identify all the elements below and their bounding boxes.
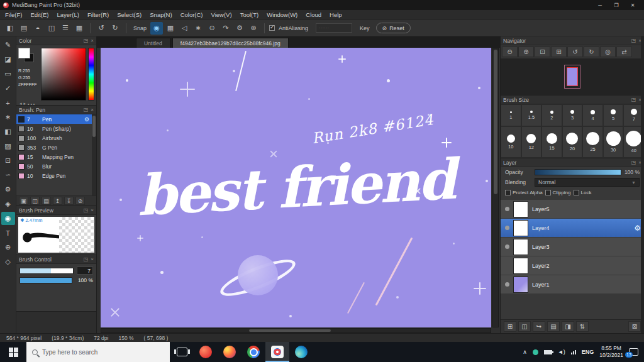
float-panel-icon[interactable]: ◳ <box>631 38 636 43</box>
tray-app-icon[interactable] <box>533 349 538 355</box>
taskbar-search[interactable]: Type here to search <box>26 342 170 362</box>
network-icon[interactable] <box>571 350 576 354</box>
close-panel-icon[interactable]: × <box>91 256 94 262</box>
zoom-tool[interactable]: ⊕ <box>1 241 15 254</box>
restore-button[interactable]: ❐ <box>608 0 625 10</box>
menu-view[interactable]: View(V) <box>211 11 232 18</box>
speaker-icon[interactable]: ◄) <box>558 349 565 355</box>
menu-layer[interactable]: Layer(L) <box>57 11 79 18</box>
brush-size-option[interactable]: 25 <box>582 126 603 158</box>
navigator-preview[interactable] <box>501 58 644 95</box>
taskbar-app-edge[interactable] <box>289 342 313 362</box>
minimize-button[interactable]: ─ <box>592 0 608 10</box>
float-panel-icon[interactable]: ◳ <box>84 207 89 213</box>
brush-folder-icon[interactable]: ▤ <box>42 197 51 205</box>
menu-edit[interactable]: Edit(E) <box>30 11 48 18</box>
menu-cloud[interactable]: Cloud <box>306 11 321 18</box>
taskbar-clock[interactable]: 8:55 PM 10/2/2021 <box>599 345 623 359</box>
brush-item-blur[interactable]: 50 Blur <box>16 162 96 171</box>
notification-center-icon[interactable]: 13 <box>629 348 638 356</box>
float-panel-icon[interactable]: ◳ <box>84 38 89 43</box>
delete-layer-icon[interactable]: ⊠ <box>628 321 641 332</box>
rotate-right-icon[interactable]: ↻ <box>584 47 599 57</box>
menu-snap[interactable]: Snap(N) <box>150 11 172 18</box>
material-icon[interactable]: ◨ <box>562 321 574 332</box>
menu-window[interactable]: Window(W) <box>267 11 297 18</box>
brush-item-airbrush[interactable]: 100 Airbrush <box>16 133 96 143</box>
snap-parallel-icon[interactable]: ◁ <box>178 22 191 35</box>
redo-button[interactable]: ↻ <box>109 22 121 35</box>
snap-cross-icon[interactable]: ∗ <box>192 22 204 35</box>
add-brush-icon[interactable]: ▣ <box>19 197 28 205</box>
vertical-scrollbar[interactable] <box>492 48 499 327</box>
menu-color[interactable]: Color(C) <box>180 11 203 18</box>
menu-tool[interactable]: Tool(T) <box>240 11 259 18</box>
delete-brush-icon[interactable]: ⊘ <box>75 197 85 205</box>
horizontal-scroll-handle[interactable] <box>249 329 331 332</box>
layer-visibility-icon[interactable] <box>505 207 509 211</box>
text-tool[interactable]: T <box>1 226 15 239</box>
taskbar-app-chrome[interactable] <box>242 342 265 362</box>
brush-settings-icon[interactable]: ⚙ <box>84 116 89 123</box>
layer-row-layer4[interactable]: Layer4 ⚙ <box>501 219 644 238</box>
flip-horizontal-icon[interactable]: ⇄ <box>616 47 632 57</box>
snap-settings-icon[interactable]: ⚙ <box>233 22 246 35</box>
taskbar-app-browser[interactable] <box>194 342 218 362</box>
canvas[interactable]: Run 2k8 #6124 best friend <box>101 48 491 327</box>
magic-wand-tool[interactable]: ∗ <box>1 111 15 124</box>
duplicate-brush-icon[interactable]: ◫ <box>30 197 40 205</box>
comment-icon[interactable]: ◓ <box>31 22 44 35</box>
select-pen-tool[interactable]: ⊡ <box>1 154 15 167</box>
taskbar-app-firefox[interactable] <box>218 342 242 362</box>
hue-slider[interactable] <box>88 48 94 101</box>
brush-size-option[interactable]: 30 <box>603 126 624 158</box>
new-layer-icon[interactable]: ⊞ <box>504 321 516 332</box>
close-panel-icon[interactable]: × <box>91 207 94 213</box>
tab-untitled[interactable]: Untitled <box>136 38 170 48</box>
pan-tool[interactable]: ◇ <box>1 255 15 268</box>
brush-size-option[interactable]: 1.5 <box>521 104 542 126</box>
horizontal-scrollbar[interactable] <box>101 328 491 333</box>
reset-button[interactable]: ⊘Reset <box>376 23 411 33</box>
battery-icon[interactable] <box>544 350 552 354</box>
layer-row-layer5[interactable]: Layer5 <box>501 200 644 219</box>
snap-grid-icon[interactable]: ▦ <box>164 22 177 35</box>
move-tool[interactable]: + <box>1 96 15 109</box>
menu-file[interactable]: File(F) <box>5 11 22 18</box>
brush-item-pen-sharp[interactable]: 10 Pen (Sharp) <box>16 124 96 133</box>
brush-size-value[interactable]: 7 <box>77 266 93 275</box>
layer-row-layer1[interactable]: Layer1 <box>501 275 644 294</box>
marquee-tool[interactable]: ▭ <box>1 67 15 80</box>
undo-button[interactable]: ↺ <box>95 22 108 35</box>
rotate-left-icon[interactable]: ↺ <box>567 47 583 57</box>
brush-size-option[interactable]: 20 <box>562 126 583 158</box>
foreground-color-swatch[interactable] <box>18 48 30 58</box>
tray-expand-icon[interactable]: ∧ <box>523 349 527 355</box>
float-panel-icon[interactable]: ◳ <box>84 107 89 112</box>
saturation-value-picker[interactable] <box>41 48 86 101</box>
clipboard-icon[interactable]: ▤ <box>18 22 30 35</box>
start-button[interactable] <box>0 342 26 362</box>
brush-size-option[interactable]: 10 <box>501 126 521 158</box>
layer-settings-icon[interactable]: ⚙ <box>634 224 641 233</box>
snap-vanishing-icon[interactable]: ⊙ <box>206 22 218 35</box>
palette-icon[interactable]: ◧ <box>4 22 16 35</box>
snap-off-icon[interactable]: ◉ <box>150 22 163 35</box>
gradient-tool[interactable]: ▨ <box>1 140 15 153</box>
operation-tool[interactable]: ⚙ <box>1 183 15 196</box>
brush-opacity-slider[interactable] <box>19 277 72 283</box>
menu-select[interactable]: Select(S) <box>117 11 142 18</box>
brush-size-option[interactable]: 1 <box>501 104 521 126</box>
brush-size-option[interactable]: 5 <box>603 104 624 126</box>
language-indicator[interactable]: ENG <box>582 349 594 355</box>
list-icon[interactable]: ☰ <box>59 22 72 35</box>
taskbar-app-medibang[interactable] <box>265 342 289 362</box>
brush-list-scrollbar[interactable] <box>92 114 96 195</box>
float-panel-icon[interactable]: ◳ <box>84 256 89 262</box>
brush-item-pen[interactable]: 7 Pen ⚙ <box>16 114 96 124</box>
duplicate-layer-icon[interactable]: ◫ <box>518 321 531 332</box>
brush-size-option[interactable]: 3 <box>562 104 583 126</box>
vertical-scroll-handle[interactable] <box>494 50 497 194</box>
snap-check-tool[interactable]: ✓ <box>1 82 15 95</box>
brush-down-icon[interactable]: ↧ <box>64 197 74 205</box>
